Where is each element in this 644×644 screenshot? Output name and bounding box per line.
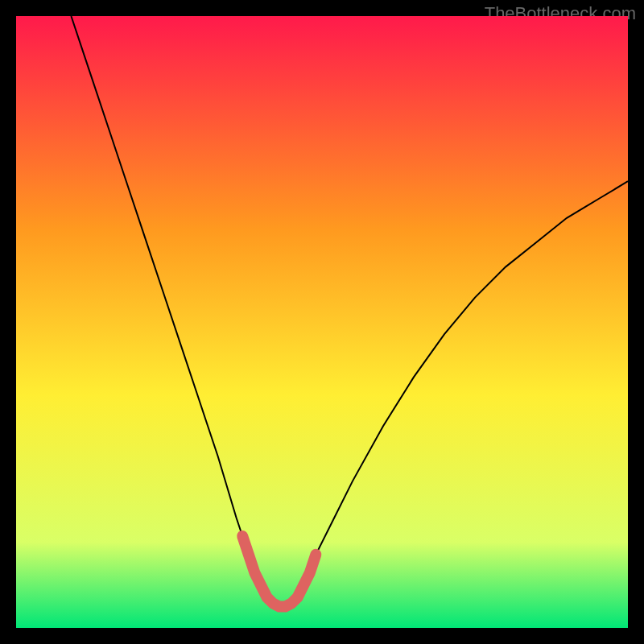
outer-frame: TheBottleneck.com [0, 0, 644, 644]
gradient-background [16, 16, 628, 628]
chart-plot-area [16, 16, 628, 628]
bottleneck-chart [16, 16, 628, 628]
